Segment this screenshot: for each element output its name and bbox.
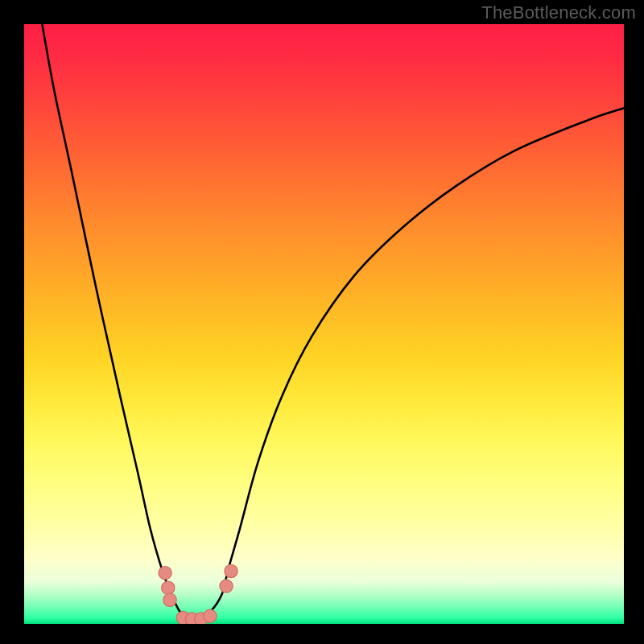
curve-marker [163,593,176,606]
curve-marker [159,566,171,579]
curve-marker [220,580,233,592]
plot-area [24,24,624,624]
watermark-text: TheBottleneck.com [481,2,636,23]
curve-marker [162,581,175,594]
curve-marker [204,609,217,622]
marker-group [159,564,237,624]
bottleneck-curve-svg [24,24,624,624]
curve-marker [225,564,237,577]
chart-frame: TheBottleneck.com [0,0,644,644]
bottleneck-curve-path [42,24,624,618]
